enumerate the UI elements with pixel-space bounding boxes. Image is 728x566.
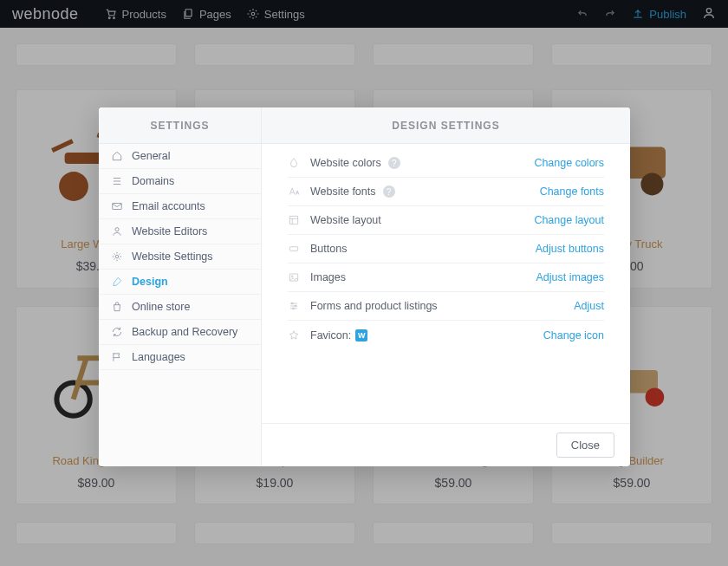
flag-icon (111, 351, 123, 363)
font-icon (288, 185, 300, 198)
close-button[interactable]: Close (556, 433, 614, 458)
settings-modal: SETTINGS General Domains Email accounts … (99, 107, 630, 466)
sidebar-item-store[interactable]: Online store (99, 295, 261, 320)
svg-rect-30 (113, 204, 122, 210)
mail-icon (111, 200, 123, 212)
sidebar-item-label: Languages (132, 351, 185, 363)
option-label: Website fonts (310, 185, 376, 198)
sidebar-item-label: Email accounts (132, 200, 205, 212)
user-icon (111, 225, 123, 237)
sidebar-item-design[interactable]: Design (99, 270, 261, 295)
sidebar-item-domains[interactable]: Domains (99, 169, 261, 194)
option-colors: Website colors ? Change colors (288, 149, 604, 178)
modal-content: DESIGN SETTINGS Website colors ? Change … (262, 107, 630, 466)
sidebar-item-editors[interactable]: Website Editors (99, 219, 261, 244)
sidebar-item-label: General (132, 150, 170, 162)
change-colors-link[interactable]: Change colors (534, 157, 604, 169)
option-favicon: Favicon: W Change icon (288, 321, 604, 349)
option-label: Forms and product listings (310, 300, 438, 312)
svg-point-32 (115, 255, 119, 258)
image-icon (288, 271, 300, 283)
option-label: Favicon: (310, 329, 351, 342)
sidebar-item-languages[interactable]: Languages (99, 345, 261, 370)
svg-rect-34 (289, 247, 297, 251)
sidebar-item-website-settings[interactable]: Website Settings (99, 244, 261, 270)
refresh-icon (111, 326, 123, 338)
adjust-buttons-link[interactable]: Adjust buttons (536, 243, 604, 255)
option-label: Website colors (310, 157, 381, 169)
help-icon[interactable]: ? (388, 157, 400, 169)
option-label: Images (310, 271, 346, 283)
option-images: Images Adjust images (288, 263, 604, 292)
option-fonts: Website fonts ? Change fonts (288, 178, 604, 206)
button-icon (288, 243, 300, 255)
adjust-forms-link[interactable]: Adjust (574, 300, 604, 312)
option-label: Website layout (310, 214, 381, 226)
favicon-preview: W (355, 329, 367, 342)
bag-icon (111, 301, 123, 313)
option-layout: Website layout Change layout (288, 206, 604, 235)
option-label: Buttons (310, 243, 347, 255)
sidebar-item-label: Website Editors (132, 225, 207, 237)
brush-icon (111, 276, 123, 288)
help-icon[interactable]: ? (383, 185, 395, 198)
star-icon (288, 329, 300, 342)
drop-icon (288, 157, 300, 169)
modal-footer: Close (262, 423, 630, 466)
sidebar-item-general[interactable]: General (99, 144, 261, 169)
svg-rect-33 (289, 216, 297, 224)
sidebar-item-label: Online store (132, 301, 190, 313)
sidebar-item-label: Website Settings (132, 250, 213, 263)
modal-sidebar: SETTINGS General Domains Email accounts … (99, 107, 262, 466)
option-forms: Forms and product listings Adjust (288, 292, 604, 321)
sidebar-item-backup[interactable]: Backup and Recovery (99, 320, 261, 345)
change-fonts-link[interactable]: Change fonts (540, 185, 604, 198)
sidebar-item-label: Design (132, 276, 168, 288)
list-icon (111, 175, 123, 187)
sidebar-item-email[interactable]: Email accounts (99, 194, 261, 219)
layout-icon (288, 214, 300, 226)
change-favicon-link[interactable]: Change icon (543, 329, 604, 342)
option-buttons: Buttons Adjust buttons (288, 235, 604, 263)
content-title: DESIGN SETTINGS (262, 107, 630, 144)
sidebar-item-label: Domains (132, 175, 174, 187)
svg-point-31 (115, 228, 119, 231)
gear-icon (111, 250, 123, 263)
change-layout-link[interactable]: Change layout (534, 214, 604, 226)
home-icon (111, 150, 123, 162)
sidebar-title: SETTINGS (99, 107, 261, 144)
adjust-images-link[interactable]: Adjust images (536, 271, 604, 283)
sidebar-item-label: Backup and Recovery (132, 326, 237, 338)
sliders-icon (288, 300, 300, 312)
svg-point-36 (291, 276, 293, 277)
